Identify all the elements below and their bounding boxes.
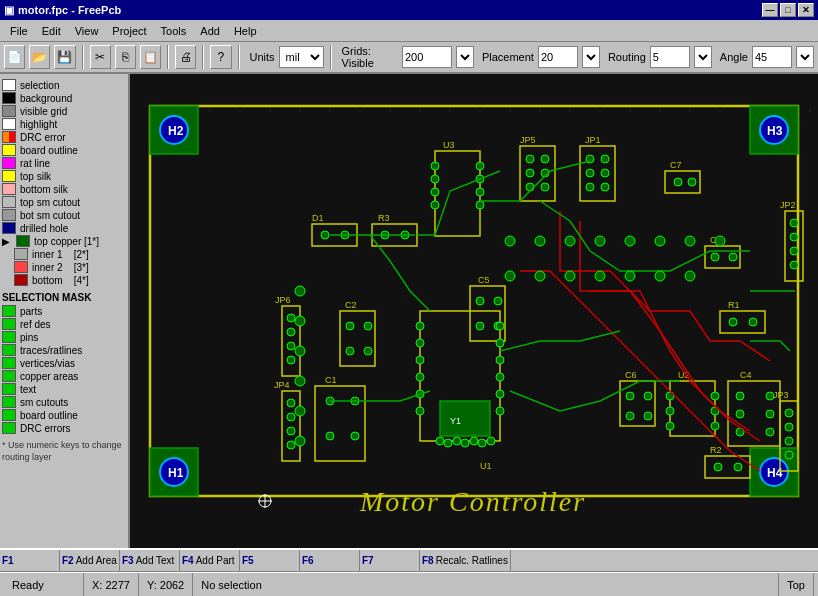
routing-select[interactable] <box>694 46 712 68</box>
mask-sm-cutouts[interactable]: sm cutouts <box>2 396 126 408</box>
drilled-hole-label: drilled hole <box>20 223 68 234</box>
menu-edit[interactable]: Edit <box>36 23 67 39</box>
new-button[interactable]: 📄 <box>4 45 25 69</box>
legend-inner1[interactable]: inner 1 [2*] <box>2 248 126 260</box>
svg-point-73 <box>790 261 798 269</box>
units-select[interactable]: mil mm <box>279 46 324 68</box>
menu-tools[interactable]: Tools <box>155 23 193 39</box>
angle-input[interactable] <box>752 46 792 68</box>
f2-key[interactable]: F2 Add Area <box>60 550 120 571</box>
svg-text:H2: H2 <box>168 124 184 138</box>
mask-drc-errors[interactable]: DRC errors <box>2 422 126 434</box>
mask-board-outline[interactable]: board outline <box>2 409 126 421</box>
mask-vertices-swatch <box>2 357 16 369</box>
svg-text:C1: C1 <box>325 375 337 385</box>
legend-top-silk[interactable]: top silk <box>2 170 126 182</box>
legend-rat-line[interactable]: rat line <box>2 157 126 169</box>
copy-button[interactable]: ⎘ <box>115 45 136 69</box>
svg-point-13 <box>509 110 511 112</box>
svg-point-60 <box>586 169 594 177</box>
minimize-button[interactable]: — <box>762 3 778 17</box>
left-panel: selection background visible grid highli… <box>0 74 130 548</box>
titlebar-controls: — □ ✕ <box>762 3 814 17</box>
legend-visible-grid[interactable]: visible grid <box>2 105 126 117</box>
legend-inner2[interactable]: inner 2 [3*] <box>2 261 126 273</box>
inner1-swatch <box>14 248 28 260</box>
mask-copper-areas-swatch <box>2 370 16 382</box>
pcb-canvas-area[interactable]: H2 H3 H1 H4 Motor Controller U3 JP5 <box>130 74 818 548</box>
f8-key[interactable]: F8 Recalc. Ratlines <box>420 550 511 571</box>
routing-input[interactable] <box>650 46 690 68</box>
function-key-bar: F1 F2 Add Area F3 Add Text F4 Add Part F… <box>0 548 818 572</box>
legend-top-sm-cutout[interactable]: top sm cutout <box>2 196 126 208</box>
grids-select[interactable] <box>456 46 474 68</box>
svg-point-162 <box>766 410 774 418</box>
menu-add[interactable]: Add <box>194 23 226 39</box>
placement-input[interactable] <box>538 46 578 68</box>
bot-sm-cutout-swatch <box>2 209 16 221</box>
mask-traces[interactable]: traces/ratlines <box>2 344 126 356</box>
legend-drilled-hole[interactable]: drilled hole <box>2 222 126 234</box>
f7-key[interactable]: F7 <box>360 550 420 571</box>
status-bar: Ready X: 2277 Y: 2062 No selection Top <box>0 572 818 596</box>
svg-point-92 <box>346 347 354 355</box>
f4-key[interactable]: F4 Add Part <box>180 550 240 571</box>
legend-board-outline[interactable]: board outline <box>2 144 126 156</box>
legend-selection[interactable]: selection <box>2 79 126 91</box>
svg-text:Y1: Y1 <box>450 416 461 426</box>
legend-bottom[interactable]: bottom [4*] <box>2 274 126 286</box>
mask-ref-des[interactable]: ref des <box>2 318 126 330</box>
top-sm-cutout-swatch <box>2 196 16 208</box>
svg-point-101 <box>416 322 424 330</box>
grids-input[interactable] <box>402 46 452 68</box>
cut-button[interactable]: ✂ <box>90 45 111 69</box>
legend-drc-error[interactable]: DRC error <box>2 131 126 143</box>
f1-key[interactable]: F1 <box>0 550 60 571</box>
save-button[interactable]: 💾 <box>54 45 75 69</box>
legend-top-copper[interactable]: ▶ top copper [1*] <box>2 235 126 247</box>
mask-text[interactable]: text <box>2 383 126 395</box>
svg-point-194 <box>295 406 305 416</box>
pcb-canvas[interactable]: H2 H3 H1 H4 Motor Controller U3 JP5 <box>130 74 818 548</box>
maximize-button[interactable]: □ <box>780 3 796 17</box>
svg-point-40 <box>431 162 439 170</box>
svg-point-153 <box>666 422 674 430</box>
print-button[interactable]: 🖨 <box>175 45 196 69</box>
mask-pins[interactable]: pins <box>2 331 126 343</box>
menu-project[interactable]: Project <box>106 23 152 39</box>
f5-key[interactable]: F5 <box>240 550 300 571</box>
svg-point-86 <box>287 342 295 350</box>
toolbar: 📄 📂 💾 ✂ ⎘ 📋 🖨 ? Units mil mm Grids: Visi… <box>0 42 818 74</box>
svg-point-72 <box>790 247 798 255</box>
mask-copper-areas[interactable]: copper areas <box>2 370 126 382</box>
legend-highlight[interactable]: highlight <box>2 118 126 130</box>
legend-bottom-silk[interactable]: bottom silk <box>2 183 126 195</box>
svg-point-152 <box>666 407 674 415</box>
status-ready: Ready <box>4 573 84 596</box>
legend-background[interactable]: background <box>2 92 126 104</box>
selection-swatch <box>2 79 16 91</box>
f6-key[interactable]: F6 <box>300 550 360 571</box>
menu-file[interactable]: File <box>4 23 34 39</box>
mask-pins-swatch <box>2 331 16 343</box>
angle-select[interactable] <box>796 46 814 68</box>
f3-key[interactable]: F3 Add Text <box>120 550 180 571</box>
paste-button[interactable]: 📋 <box>140 45 161 69</box>
svg-text:Motor Controller: Motor Controller <box>359 486 586 517</box>
placement-select[interactable] <box>582 46 600 68</box>
help-button[interactable]: ? <box>210 45 231 69</box>
legend-bot-sm-cutout[interactable]: bot sm cutout <box>2 209 126 221</box>
open-button[interactable]: 📂 <box>29 45 50 69</box>
mask-vertices[interactable]: vertices/vias <box>2 357 126 369</box>
svg-point-61 <box>601 169 609 177</box>
svg-text:JP6: JP6 <box>275 295 291 305</box>
svg-point-106 <box>416 407 424 415</box>
board-outline-label: board outline <box>20 145 78 156</box>
mask-parts[interactable]: parts <box>2 305 126 317</box>
close-button[interactable]: ✕ <box>798 3 814 17</box>
svg-point-187 <box>625 271 635 281</box>
menu-help[interactable]: Help <box>228 23 263 39</box>
top-copper-label: top copper [1*] <box>34 236 99 247</box>
separator-3 <box>202 45 204 69</box>
menu-view[interactable]: View <box>69 23 105 39</box>
